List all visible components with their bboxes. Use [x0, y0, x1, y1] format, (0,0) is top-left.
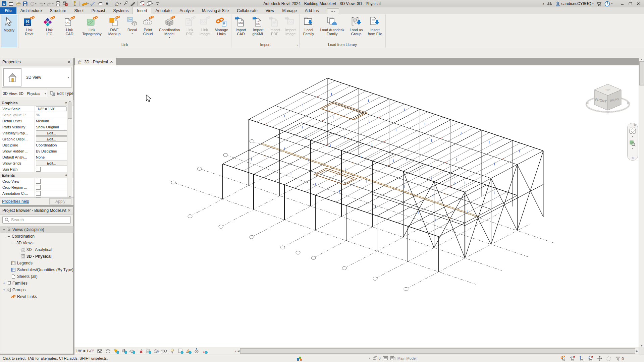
ribbon-tab-massing-site[interactable]: Massing & Site: [198, 7, 233, 14]
type-selector-dropdown-icon[interactable]: ▾: [67, 76, 69, 79]
qat-section-button[interactable]: [122, 0, 129, 7]
checkbox-unchecked[interactable]: [36, 191, 41, 196]
sun-path-button[interactable]: [113, 348, 119, 354]
qat-thin-lines-button[interactable]: [129, 0, 136, 7]
edit-button[interactable]: Edit...: [36, 130, 67, 136]
select-underlay-toggle[interactable]: [570, 356, 576, 362]
steering-wheel-icon[interactable]: [629, 127, 637, 135]
select-links-toggle[interactable]: [560, 356, 567, 362]
tree-expander-icon[interactable]: +: [2, 288, 6, 292]
property-group-graphics[interactable]: Graphics«: [0, 100, 73, 106]
qat-redo-disabled-button[interactable]: ▾: [46, 0, 54, 7]
browser-item-views-discipline[interactable]: −Views (Discipline): [0, 226, 73, 233]
properties-header[interactable]: Properties ✕: [0, 58, 73, 66]
ribbon-button-link-image[interactable]: Link Image: [197, 15, 212, 42]
qat-print-setup-button[interactable]: [62, 0, 68, 7]
view-cube-top-label[interactable]: TOP: [605, 89, 610, 91]
browser-item-families[interactable]: +Families: [0, 280, 73, 287]
highlight-displacement-sets-button[interactable]: [193, 348, 200, 354]
panel-launcher-icon[interactable]: »: [297, 43, 298, 48]
property-group-extents[interactable]: Extents«: [0, 172, 73, 178]
ribbon-button-load-as-group[interactable]: Load as Group: [347, 15, 365, 42]
worksets-dialog-icon[interactable]: [383, 356, 388, 361]
ribbon-tab-architecture[interactable]: Architecture: [16, 7, 46, 14]
checkbox-unchecked[interactable]: [36, 179, 41, 184]
qat-close-inactive-windows-button[interactable]: [139, 0, 146, 7]
steering-wheel-dropdown-icon[interactable]: ▾: [632, 135, 633, 138]
crop-view-button[interactable]: [137, 348, 144, 354]
help-menu[interactable]: ?▾: [604, 1, 612, 7]
ribbon-tab-analyze[interactable]: Analyze: [176, 7, 198, 14]
qat-aligned-dimension-button[interactable]: [90, 0, 96, 7]
view-cube-faces[interactable]: FRONT RIGHT TOP: [594, 84, 621, 110]
qat-file-tabs-button[interactable]: [8, 0, 14, 7]
ribbon-button-import-image[interactable]: Import Image: [283, 15, 298, 42]
browser-item-schedules-quantities-by-type[interactable]: Schedules/Quantities (By Type): [0, 266, 73, 273]
browser-item-coordination[interactable]: −Coordination: [0, 233, 73, 240]
project-browser-header[interactable]: Project Browser - Building Model.rvt ✕: [0, 207, 73, 215]
browser-item-3d-analytical[interactable]: 3D - Analytical: [0, 246, 73, 253]
selection-filter-button[interactable]: :0: [615, 356, 624, 362]
checkbox-unchecked[interactable]: [36, 167, 41, 172]
shadows-button[interactable]: [121, 348, 127, 354]
drawing-canvas[interactable]: FRONT RIGHT TOP ✕ ▾ ▾ ⊖: [74, 65, 639, 347]
vertical-scrollbar-thumb[interactable]: [639, 61, 644, 85]
tree-expander-icon[interactable]: +: [2, 281, 6, 286]
browser-item-groups[interactable]: +Groups: [0, 287, 73, 293]
navbar-minimize-icon[interactable]: ⊖: [632, 157, 634, 160]
reveal-hidden-elements-button[interactable]: [169, 348, 176, 354]
ribbon-button-import-gbxml[interactable]: GBXMLImport gbXML: [250, 15, 267, 42]
properties-close-icon[interactable]: ✕: [67, 60, 71, 64]
properties-scrollbar[interactable]: ▲ ▼: [67, 100, 72, 198]
ribbon-button-dwf-markup[interactable]: DWF Markup: [105, 15, 124, 42]
ribbon-tab-manage[interactable]: Manage: [278, 7, 301, 14]
toolbar-collapse-arrow-icon[interactable]: ◂: [542, 2, 544, 5]
navbar-close-icon[interactable]: ✕: [634, 124, 636, 127]
ribbon-tab-insert[interactable]: Insert: [132, 7, 151, 14]
minimize-button[interactable]: [619, 1, 626, 7]
show-crop-region-button[interactable]: [145, 348, 152, 354]
ribbon-tab-structure[interactable]: Structure: [46, 7, 70, 14]
vertical-scrollbar[interactable]: ▲ ▼: [639, 58, 644, 347]
edit-button[interactable]: Edit...: [36, 161, 67, 166]
project-browser-close-icon[interactable]: ✕: [67, 208, 71, 213]
qat-switch-windows-button[interactable]: ▾: [146, 0, 154, 7]
horizontal-scrollbar[interactable]: ‹ ◀▶: [234, 347, 639, 355]
zoom-dropdown-icon[interactable]: ▾: [632, 147, 633, 150]
qat-open-button[interactable]: [15, 0, 21, 7]
view-scale-button[interactable]: 1/8" = 1'-0": [76, 349, 94, 353]
ribbon-button-link-topography[interactable]: Link Topography: [80, 15, 104, 42]
ribbon-tab-add-ins[interactable]: Add-Ins: [301, 7, 323, 14]
design-options-dialog-icon[interactable]: [390, 356, 395, 361]
apply-button[interactable]: Apply: [49, 198, 71, 204]
progress-ring-toggle[interactable]: [606, 356, 612, 362]
reveal-constraints-button[interactable]: [201, 348, 208, 354]
browser-search-input[interactable]: Search: [2, 216, 71, 224]
ribbon-button-coordination-model[interactable]: Coordination Model▾: [156, 15, 182, 42]
ribbon-button-modify[interactable]: Modify: [1, 15, 17, 47]
ribbon-button-point-cloud[interactable]: Point Cloud: [140, 15, 156, 42]
ribbon-tab-view[interactable]: View: [262, 7, 278, 14]
qat-default-3d-view-button[interactable]: ▾: [113, 0, 122, 7]
view-scale-input[interactable]: 1/8" = 1'-0": [36, 107, 66, 111]
view-instance-combo[interactable]: 3D View: 3D - Physica▾: [2, 90, 47, 97]
active-design-option[interactable]: Main Model: [397, 356, 417, 360]
qat-tag-button[interactable]: [97, 0, 103, 7]
ribbon-tab-collaborate[interactable]: Collaborate: [233, 7, 261, 14]
editing-requests-button[interactable]: :0: [372, 356, 381, 361]
view-cube[interactable]: FRONT RIGHT TOP: [584, 81, 633, 120]
ribbon-button-load-family[interactable]: Load Family: [301, 15, 317, 42]
browser-item-legends[interactable]: Legends: [0, 260, 73, 266]
browser-item-revit-links[interactable]: Revit Links: [0, 293, 73, 300]
type-selector[interactable]: 3D View ▾: [2, 67, 71, 88]
select-by-face-toggle[interactable]: [588, 356, 594, 362]
search-binoculars-icon[interactable]: [547, 1, 552, 6]
design-options-dropdown-icon[interactable]: ▾: [369, 357, 370, 360]
ribbon-tab-file[interactable]: File: [0, 7, 16, 14]
ribbon-button-load-autodesk-family[interactable]: Load Autodesk Family: [317, 15, 347, 42]
view-tab-close-icon[interactable]: ✕: [110, 60, 113, 64]
ribbon-button-link-pdf[interactable]: Link PDF: [183, 15, 197, 42]
tree-expander-icon[interactable]: −: [2, 227, 6, 232]
ribbon-button-decal[interactable]: Decal▾: [125, 15, 140, 42]
tree-expander-icon[interactable]: −: [12, 241, 15, 245]
